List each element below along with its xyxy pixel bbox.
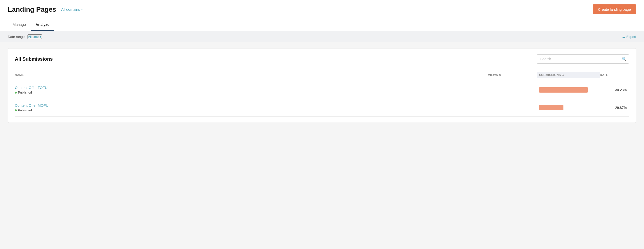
table-row: Content Offer MOFU Published 29.87% (15, 99, 629, 117)
col-header-rate: RATE (600, 72, 629, 78)
search-container: 🔍 (537, 54, 629, 64)
filters-bar: Date range: All time ▾ ☁ Export (0, 31, 644, 42)
bar-cell-2 (537, 105, 600, 110)
top-bar-left: Landing Pages All domains ▾ (8, 6, 83, 14)
sort-icon-views: ⇅ (499, 74, 501, 77)
col-header-views[interactable]: VIEWS ⇅ (488, 72, 537, 78)
main-content: All Submissions 🔍 NAME VIEWS ⇅ S (0, 42, 644, 129)
bar-cell-1 (537, 87, 600, 93)
table-row: Content Offer TOFU Published 30.23% (15, 81, 629, 99)
page-name-link-1[interactable]: Content Offer TOFU (15, 86, 488, 90)
published-dot-2 (15, 109, 17, 111)
status-badge-2: Published (15, 108, 488, 112)
export-button[interactable]: ☁ Export (622, 35, 636, 39)
submissions-bar-1 (539, 87, 588, 93)
status-text-2: Published (18, 108, 32, 112)
export-label: Export (626, 35, 636, 39)
card-title: All Submissions (15, 56, 53, 62)
date-range-dropdown[interactable]: All time ▾ (28, 34, 42, 39)
tab-analyze[interactable]: Analyze (31, 19, 54, 31)
domain-dropdown-label: All domains (61, 7, 80, 12)
rate-cell-1: 30.23% (600, 88, 629, 92)
sort-icon-submissions: ⇩ (562, 74, 564, 77)
date-range-value-text: All time (28, 35, 39, 39)
date-range-container: Date range: All time ▾ (8, 34, 42, 39)
status-text-1: Published (18, 91, 32, 94)
tab-manage[interactable]: Manage (8, 19, 31, 31)
search-icon: 🔍 (622, 57, 627, 61)
chevron-down-icon: ▾ (81, 8, 83, 11)
page-name-link-2[interactable]: Content Offer MOFU (15, 103, 488, 107)
table-container: NAME VIEWS ⇅ SUBMISSIONS ⇩ RATE Content … (15, 69, 629, 117)
create-landing-page-button[interactable]: Create landing page (593, 5, 636, 14)
submissions-bar-2 (539, 105, 564, 110)
col-header-name: NAME (15, 72, 488, 78)
row-name-2: Content Offer MOFU Published (15, 103, 488, 112)
cloud-upload-icon: ☁ (622, 35, 625, 39)
row-name-1: Content Offer TOFU Published (15, 86, 488, 94)
page-title: Landing Pages (8, 6, 56, 14)
status-badge-1: Published (15, 91, 488, 94)
date-range-label: Date range: (8, 35, 26, 39)
col-header-submissions[interactable]: SUBMISSIONS ⇩ (537, 72, 600, 78)
submissions-card: All Submissions 🔍 NAME VIEWS ⇅ S (8, 48, 636, 123)
table-header: NAME VIEWS ⇅ SUBMISSIONS ⇩ RATE (15, 69, 629, 81)
card-header: All Submissions 🔍 (15, 54, 629, 64)
search-input[interactable] (537, 54, 629, 64)
search-icon-button[interactable]: 🔍 (622, 57, 627, 61)
tabs-bar: Manage Analyze (0, 19, 644, 31)
chevron-down-icon: ▾ (40, 35, 42, 39)
domain-dropdown[interactable]: All domains ▾ (61, 7, 83, 12)
published-dot-1 (15, 92, 17, 94)
top-bar: Landing Pages All domains ▾ Create landi… (0, 0, 644, 19)
rate-cell-2: 29.87% (600, 106, 629, 110)
